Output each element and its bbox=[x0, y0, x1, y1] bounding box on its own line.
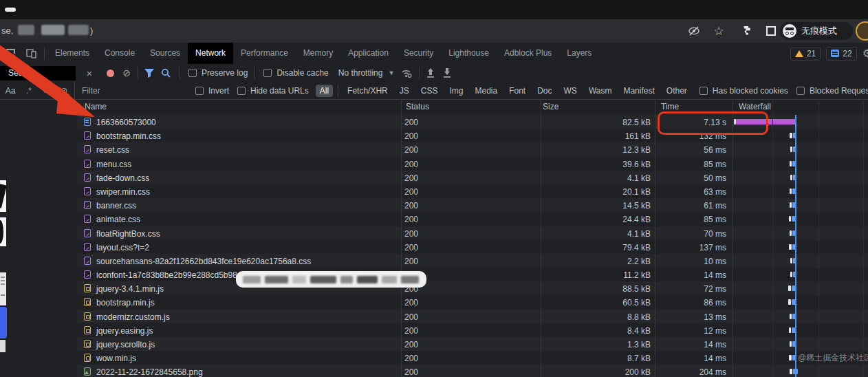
filter-checkbox-blocked-requests[interactable]: Blocked Requests bbox=[796, 86, 868, 96]
tab-console[interactable]: Console bbox=[97, 43, 142, 64]
tab-memory[interactable]: Memory bbox=[296, 43, 340, 64]
network-request-row[interactable]: reset.css20012.3 kB56 ms bbox=[77, 142, 868, 156]
network-request-row[interactable]: floatRightBox.css2004.1 kB70 ms bbox=[77, 226, 868, 240]
column-header-name[interactable]: Name bbox=[85, 102, 107, 111]
tab-elements[interactable]: Elements bbox=[47, 43, 97, 64]
status-cell: 200 bbox=[404, 131, 418, 141]
device-toolbar-icon[interactable] bbox=[21, 45, 41, 63]
waterfall-bar bbox=[792, 202, 796, 208]
tab-performance[interactable]: Performance bbox=[233, 43, 296, 64]
tab-square-icon[interactable] bbox=[765, 25, 777, 37]
filter-chip-fetch-xhr[interactable]: Fetch/XHR bbox=[343, 85, 392, 97]
filter-chip-js[interactable]: JS bbox=[395, 85, 413, 97]
clear-network-log-icon[interactable]: ⊘ bbox=[118, 65, 135, 80]
filter-chip-other[interactable]: Other bbox=[662, 85, 691, 97]
network-request-row[interactable]: jquery.scrollto.js2001.3 kB14 ms bbox=[77, 337, 868, 351]
incognito-badge[interactable]: 无痕模式 bbox=[780, 22, 853, 40]
clear-search-icon[interactable]: ⊘ bbox=[55, 85, 73, 96]
waterfall-bar bbox=[792, 216, 795, 222]
filter-chip-media[interactable]: Media bbox=[470, 85, 501, 97]
browser-window: se, ) ☆ 无痕模式 Elemen bbox=[0, 0, 868, 377]
close-search-icon[interactable]: × bbox=[81, 65, 98, 80]
waterfall-bar bbox=[790, 272, 792, 277]
regex-button[interactable]: .* bbox=[21, 86, 37, 96]
invert-checkbox[interactable]: Invert bbox=[195, 86, 229, 96]
network-request-row[interactable]: jquery.easing.js2008.4 kB12 ms bbox=[77, 323, 868, 337]
network-request-row[interactable]: 166366057300020082.5 kB7.13 s bbox=[77, 115, 868, 129]
filter-chip-img[interactable]: Img bbox=[445, 85, 467, 97]
network-request-row[interactable]: menu.css20039.6 kB85 ms bbox=[77, 157, 868, 171]
export-har-icon[interactable] bbox=[439, 65, 455, 80]
tab-network[interactable]: Network bbox=[188, 43, 233, 64]
disable-cache-checkbox[interactable]: Disable cache bbox=[263, 68, 328, 78]
filter-chip-wasm[interactable]: Wasm bbox=[585, 85, 616, 97]
network-request-row[interactable]: bootstrap.min.js20060.5 kB86 ms bbox=[77, 295, 868, 309]
css-file-icon bbox=[84, 201, 91, 209]
throttling-select[interactable]: No throttling ▼ bbox=[338, 68, 395, 78]
refresh-search-icon[interactable]: ↻ bbox=[37, 85, 55, 96]
bookmark-star-icon[interactable]: ☆ bbox=[713, 25, 725, 37]
waterfall-cell bbox=[733, 216, 868, 222]
waterfall-bar bbox=[792, 341, 796, 347]
network-request-row[interactable]: iconfont-1a7c83b8be2b99e288cd5b98420011.… bbox=[77, 268, 868, 281]
filter-chip-manifest[interactable]: Manifest bbox=[619, 85, 658, 97]
filter-chip-doc[interactable]: Doc bbox=[533, 85, 556, 97]
inspect-element-icon[interactable] bbox=[0, 45, 21, 63]
reveal-password-icon[interactable] bbox=[688, 25, 700, 37]
filter-input[interactable]: Filter bbox=[75, 86, 195, 96]
network-request-row[interactable]: 2022-11-22-1672845658.png200200 kB204 ms bbox=[77, 365, 868, 377]
tab-application[interactable]: Application bbox=[340, 43, 396, 64]
css-file-icon bbox=[84, 173, 91, 182]
waterfall-cell bbox=[733, 175, 868, 180]
tab-sources[interactable]: Sources bbox=[142, 43, 188, 64]
filter-checkbox-has-blocked-cookies[interactable]: Has blocked cookies bbox=[699, 86, 788, 96]
search-magnifier-icon[interactable] bbox=[158, 65, 174, 80]
issues-icon bbox=[831, 50, 839, 57]
network-request-row[interactable]: layout.css?t=220079.4 kB137 ms bbox=[77, 240, 868, 254]
network-request-row[interactable]: wow.min.js2008.7 kB14 ms bbox=[77, 351, 868, 365]
network-request-row[interactable]: sourcehansans-82a2f12662bd843fce19e620ac… bbox=[77, 254, 868, 268]
waterfall-bar bbox=[736, 119, 796, 125]
network-request-row[interactable]: fade-down.css2004.1 kB50 ms bbox=[77, 171, 868, 184]
network-request-row[interactable]: modernizr.custom.js2008.8 kB13 ms bbox=[77, 310, 868, 323]
request-name: bootstrap.min.js bbox=[96, 298, 155, 308]
column-header-time[interactable]: Time bbox=[661, 102, 679, 111]
status-cell: 200 bbox=[404, 257, 418, 266]
tab-adblock-plus[interactable]: Adblock Plus bbox=[497, 43, 559, 64]
column-header-waterfall[interactable]: Waterfall bbox=[739, 102, 771, 111]
filter-funnel-icon[interactable] bbox=[141, 65, 158, 80]
tab-layers[interactable]: Layers bbox=[559, 43, 599, 64]
network-request-row[interactable]: bootstrap.min.css200161 kB132 ms bbox=[77, 129, 868, 142]
preserve-log-checkbox[interactable]: Preserve log bbox=[188, 68, 248, 78]
column-header-status[interactable]: Status bbox=[406, 102, 429, 111]
size-cell: 12.3 kB bbox=[541, 145, 651, 155]
settings-gear-icon[interactable]: ⚙ bbox=[862, 47, 868, 60]
warnings-badge[interactable]: 21 bbox=[790, 47, 821, 61]
filter-chip-all[interactable]: All bbox=[316, 85, 333, 97]
filter-chip-ws[interactable]: WS bbox=[560, 85, 581, 97]
waterfall-bar bbox=[792, 299, 796, 305]
filter-chip-css[interactable]: CSS bbox=[417, 85, 442, 97]
hide-data-urls-checkbox[interactable]: Hide data URLs bbox=[237, 86, 309, 96]
extensions-puzzle-icon[interactable] bbox=[741, 25, 754, 37]
record-network-log-button[interactable] bbox=[102, 65, 118, 80]
network-conditions-icon[interactable] bbox=[398, 65, 415, 80]
size-cell: 8.8 kB bbox=[541, 312, 651, 322]
time-cell: 13 ms bbox=[657, 312, 726, 322]
waterfall-bar bbox=[790, 202, 792, 208]
profile-avatar[interactable] bbox=[856, 21, 868, 41]
tab-security[interactable]: Security bbox=[396, 43, 441, 64]
column-header-size[interactable]: Size bbox=[543, 102, 558, 111]
network-request-row[interactable]: jquery-3.4.1.min.js20088.5 kB72 ms bbox=[77, 281, 868, 295]
import-har-icon[interactable] bbox=[422, 65, 439, 80]
status-cell: 200 bbox=[404, 229, 418, 239]
network-request-row[interactable]: swiper.min.css20020.1 kB63 ms bbox=[77, 184, 868, 198]
network-request-row[interactable]: animate.css20024.4 kB85 ms bbox=[77, 212, 868, 226]
tab-lighthouse[interactable]: Lighthouse bbox=[441, 43, 497, 64]
waterfall-bar bbox=[792, 327, 795, 333]
issues-badge[interactable]: 22 bbox=[826, 47, 856, 61]
search-input[interactable]: Search bbox=[0, 66, 76, 80]
match-case-button[interactable]: Aa bbox=[0, 86, 21, 96]
network-request-row[interactable]: banner.css20014.5 kB61 ms bbox=[77, 198, 868, 212]
filter-chip-font[interactable]: Font bbox=[505, 85, 530, 97]
